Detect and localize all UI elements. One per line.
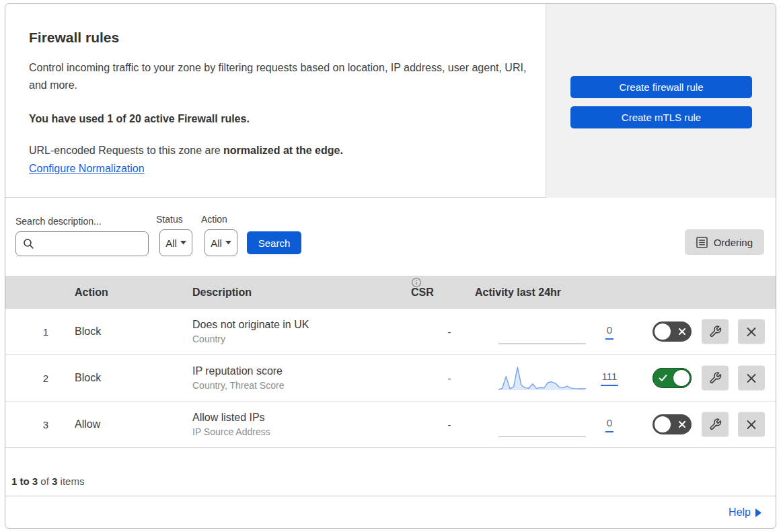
rule-action: Block	[75, 355, 101, 401]
table-row: 1 Block Does not originate in UK Country…	[5, 309, 776, 355]
search-button[interactable]: Search	[247, 231, 301, 254]
status-dropdown[interactable]: All	[159, 229, 192, 256]
activity-count-link[interactable]: 0	[605, 324, 613, 340]
activity-sparkline	[498, 365, 586, 393]
chevron-down-icon	[180, 241, 186, 245]
action-dropdown-value: All	[211, 237, 222, 249]
edit-rule-button[interactable]	[702, 412, 729, 437]
status-label: Status	[156, 214, 183, 225]
create-mtls-rule-button[interactable]: Create mTLS rule	[570, 106, 752, 128]
rule-csr-value: -	[436, 309, 463, 354]
activity-sparkline	[498, 411, 586, 439]
ordering-list-icon	[696, 237, 708, 248]
ordering-button[interactable]: Ordering	[685, 229, 764, 255]
activity-count-link[interactable]: 111	[601, 371, 619, 386]
rule-priority: 3	[32, 402, 59, 447]
rule-fields: Country	[192, 334, 309, 344]
rule-csr-value: -	[436, 355, 463, 401]
toggle-on-check-icon	[659, 375, 667, 382]
toggle-knob	[673, 370, 690, 386]
overview-section: Firewall rules Control incoming traffic …	[5, 4, 776, 198]
rule-priority: 1	[32, 309, 59, 354]
page-title: Firewall rules	[29, 30, 530, 46]
close-icon	[746, 326, 757, 337]
column-activity: Activity last 24hr	[475, 276, 561, 309]
activity-sparkline	[498, 318, 586, 346]
rule-fields: Country, Threat Score	[192, 380, 284, 391]
close-icon	[746, 373, 757, 383]
wrench-icon	[709, 326, 722, 338]
info-icon[interactable]	[411, 277, 422, 288]
chevron-down-icon	[225, 241, 231, 245]
action-label: Action	[201, 214, 227, 225]
rules-table: 1 Block Does not originate in UK Country…	[5, 309, 776, 448]
rule-description: Does not originate in UK Country	[192, 319, 309, 344]
help-link[interactable]: Help	[729, 506, 761, 519]
normalization-note: URL-encoded Requests to this zone are no…	[29, 145, 530, 157]
configure-normalization-link[interactable]: Configure Normalization	[29, 163, 145, 174]
status-dropdown-value: All	[165, 237, 177, 249]
ordering-button-label: Ordering	[714, 237, 753, 248]
delete-rule-button[interactable]	[738, 412, 765, 437]
rule-enabled-toggle[interactable]	[653, 414, 692, 434]
edit-rule-button[interactable]	[702, 319, 729, 344]
rule-csr-value: -	[436, 402, 463, 447]
toggle-knob	[655, 416, 671, 432]
search-icon	[23, 238, 34, 250]
rule-description: Allow listed IPs IP Source Address	[192, 412, 270, 437]
activity-count-link[interactable]: 0	[605, 417, 613, 432]
rule-priority: 2	[32, 355, 59, 401]
wrench-icon	[709, 372, 722, 385]
table-header: Action Description CSR Activity last 24h…	[5, 276, 776, 309]
table-row: 2 Block IP reputation score Country, Thr…	[5, 355, 776, 402]
close-icon	[746, 419, 757, 430]
page-description: Control incoming traffic to your zone by…	[29, 59, 530, 94]
search-label: Search description...	[15, 216, 102, 227]
rule-action: Allow	[75, 402, 100, 447]
usage-summary: You have used 1 of 20 active Firewall ru…	[29, 113, 530, 125]
arrow-right-icon	[755, 508, 761, 517]
delete-rule-button[interactable]	[738, 319, 765, 344]
rule-enabled-toggle[interactable]	[653, 321, 692, 342]
firewall-rules-card: Firewall rules Control incoming traffic …	[5, 3, 776, 529]
pagination-row: 1 to 3 of 3 items	[5, 448, 776, 496]
items-count: 1 to 3 of 3 items	[11, 476, 84, 487]
column-description: Description	[192, 276, 252, 309]
rule-action: Block	[75, 309, 101, 354]
action-dropdown[interactable]: All	[204, 229, 237, 256]
toggle-off-x-icon	[678, 328, 686, 336]
toggle-off-x-icon	[678, 420, 686, 428]
toggle-knob	[655, 324, 671, 340]
table-row: 3 Allow Allow listed IPs IP Source Addre…	[5, 402, 776, 448]
search-input[interactable]	[15, 231, 149, 256]
help-link-label: Help	[729, 506, 751, 519]
edit-rule-button[interactable]	[702, 366, 729, 391]
help-row: Help	[5, 496, 776, 529]
delete-rule-button[interactable]	[738, 366, 765, 391]
wrench-icon	[709, 418, 722, 431]
rule-enabled-toggle[interactable]	[653, 368, 692, 388]
rule-description: IP reputation score Country, Threat Scor…	[192, 365, 284, 391]
column-action: Action	[75, 276, 108, 309]
create-firewall-rule-button[interactable]: Create firewall rule	[570, 76, 752, 98]
actions-panel: Create firewall rule Create mTLS rule	[546, 4, 776, 198]
filter-bar: Search description... Status Action All …	[5, 198, 776, 276]
rule-fields: IP Source Address	[192, 426, 270, 437]
